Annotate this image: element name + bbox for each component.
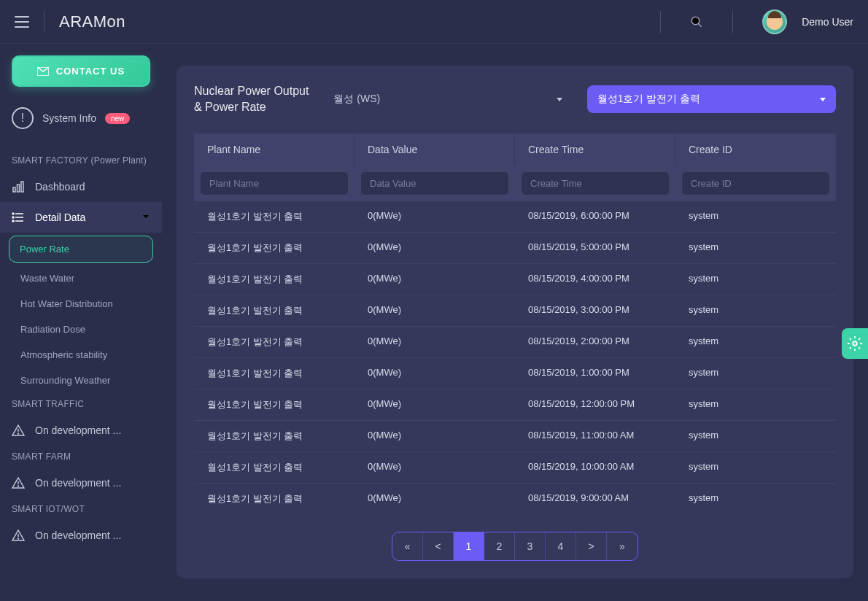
table-cell: system [675,264,836,295]
section-header: SMART TRAFFIC [0,393,162,415]
svg-rect-3 [18,185,20,192]
system-info-label: System Info [42,112,96,124]
sidebar-item-iot-dev[interactable]: On development ... [0,520,162,551]
select-value: 월성 (WS) [333,93,380,106]
table-cell: 0(MWe) [354,421,515,451]
contact-us-button[interactable]: CONTACT US [12,55,150,87]
table-cell: 0(MWe) [354,264,515,295]
pagination-first-button[interactable]: « [392,532,423,560]
table-cell: system [675,201,836,232]
app-header: ARAMon Demo User [0,0,868,44]
sidebar-item-farm-dev[interactable]: On development ... [0,468,162,498]
main-content: Nuclear Power Output & Power Rate 월성 (WS… [162,44,868,601]
sub-item-hot-water[interactable]: Hot Water Distribution [0,291,162,317]
table-cell: 월성1호기 발전기 출력 [194,327,354,357]
table-row: 월성1호기 발전기 출력0(MWe)08/15/2019, 11:00:00 A… [194,421,836,452]
avatar[interactable] [762,9,787,34]
column-header[interactable]: Data Value [354,133,515,166]
sub-item-atmospheric[interactable]: Atmospheric stability [0,342,162,368]
table-cell: 08/15/2019, 3:00:00 PM [515,295,675,326]
svg-point-0 [691,17,700,25]
pagination-page-button[interactable]: 3 [515,532,546,560]
envelope-icon [37,67,49,76]
table-row: 월성1호기 발전기 출력0(MWe)08/15/2019, 1:00:00 PM… [194,358,836,389]
system-info-button[interactable]: ! System Info new [0,101,162,135]
table-cell: system [675,358,836,389]
table-cell: system [675,295,836,326]
svg-point-19 [18,538,19,539]
app-title: ARAMon [59,12,125,31]
filter-create-id-input[interactable] [681,171,830,195]
sidebar-item-label: On development ... [35,477,121,489]
plant-site-select[interactable]: 월성 (WS) [323,85,572,113]
sidebar-item-detail-data[interactable]: Detail Data [0,202,162,233]
list-icon [12,211,25,224]
sidebar-item-label: On development ... [35,530,121,541]
sub-item-weather[interactable]: Surrounding Weather [0,368,162,393]
chevron-down-icon [142,212,150,223]
table-row: 월성1호기 발전기 출력0(MWe)08/15/2019, 3:00:00 PM… [194,295,836,327]
svg-point-16 [18,486,19,486]
table-cell: system [675,484,836,514]
filter-plant-name-input[interactable] [200,171,349,195]
divider [44,11,44,33]
sub-item-radiation[interactable]: Radiation Dose [0,317,162,342]
svg-point-13 [18,433,19,434]
filter-row [194,166,836,201]
table-cell: 0(MWe) [354,295,515,326]
svg-point-10 [12,220,14,222]
table-cell: 08/15/2019, 6:00:00 PM [515,201,675,232]
sidebar-item-traffic-dev[interactable]: On development ... [0,415,162,446]
column-header[interactable]: Plant Name [194,133,354,166]
sub-item-power-rate[interactable]: Power Rate [9,236,153,263]
sub-item-waste-water[interactable]: Waste Water [0,265,162,291]
info-icon: ! [12,107,34,129]
settings-fab[interactable] [842,328,868,359]
table-cell: 월성1호기 발전기 출력 [194,233,354,263]
table-cell: 08/15/2019, 9:00:00 AM [515,484,675,514]
sidebar-item-label: Dashboard [35,181,85,193]
table-cell: 0(MWe) [354,201,515,232]
pagination-next-button[interactable]: > [576,532,607,560]
table-cell: system [675,421,836,451]
table-cell: 0(MWe) [354,452,515,483]
table-cell: 월성1호기 발전기 출력 [194,201,354,232]
table-row: 월성1호기 발전기 출력0(MWe)08/15/2019, 5:00:00 PM… [194,233,836,264]
column-header[interactable]: Create ID [675,133,836,166]
svg-rect-4 [21,182,23,192]
pagination-last-button[interactable]: » [607,532,638,560]
table-row: 월성1호기 발전기 출력0(MWe)08/15/2019, 6:00:00 PM… [194,201,836,233]
pagination-page-button[interactable]: 4 [546,532,576,560]
pagination-page-button[interactable]: 1 [454,532,484,560]
sidebar: CONTACT US ! System Info new SMART FACTO… [0,44,162,601]
table-cell: 월성1호기 발전기 출력 [194,295,354,326]
select-value: 월성1호기 발전기 출력 [597,93,701,106]
table-cell: system [675,327,836,357]
svg-point-9 [12,217,14,218]
menu-toggle-button[interactable] [15,16,29,28]
section-header: SMART FARM [0,446,162,468]
caret-down-icon [557,98,562,101]
table-cell: 0(MWe) [354,358,515,389]
caret-down-icon [820,98,826,101]
filter-data-value-input[interactable] [360,171,509,195]
username: Demo User [802,16,853,28]
pagination-page-button[interactable]: 2 [484,532,515,560]
filter-create-time-input[interactable] [521,171,670,195]
contact-us-label: CONTACT US [56,66,125,77]
table-body: 월성1호기 발전기 출력0(MWe)08/15/2019, 6:00:00 PM… [194,201,836,514]
table-cell: system [675,452,836,483]
search-icon[interactable] [690,15,703,28]
sidebar-item-label: On development ... [35,424,121,436]
generator-select[interactable]: 월성1호기 발전기 출력 [587,85,836,113]
section-header: SMART FACTORY (Power Plant) [0,150,162,171]
pagination: «<1234>» [194,532,836,561]
column-header[interactable]: Create Time [515,133,675,166]
table-cell: 08/15/2019, 5:00:00 PM [515,233,675,263]
warning-icon [12,424,25,437]
sidebar-item-dashboard[interactable]: Dashboard [0,171,162,202]
dashboard-icon [12,180,25,193]
table-cell: system [675,389,836,420]
table-cell: 0(MWe) [354,327,515,357]
pagination-prev-button[interactable]: < [423,532,454,560]
